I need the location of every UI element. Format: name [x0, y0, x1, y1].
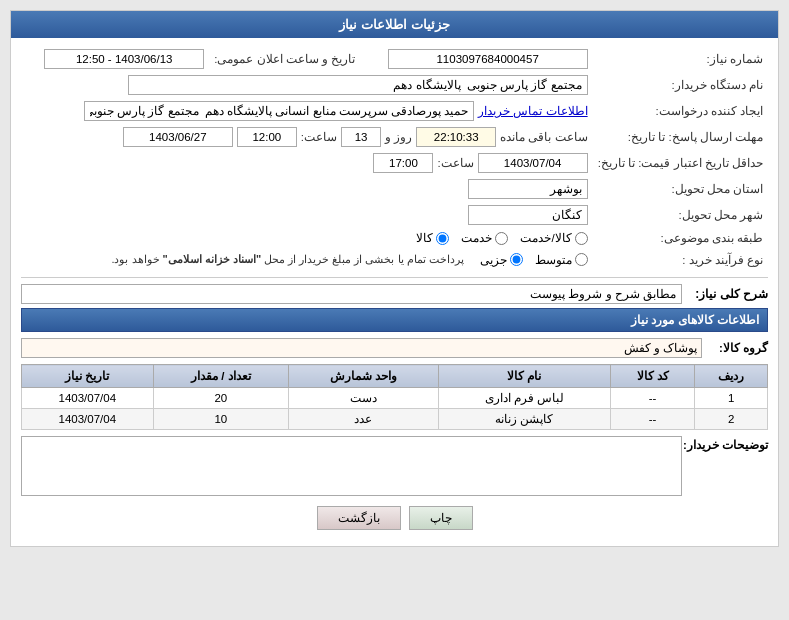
noeFarayand-text: پرداخت تمام یا بخشی از مبلغ خریدار از مح…	[111, 251, 463, 268]
rooz-label: روز و	[385, 130, 412, 144]
ostan-label: استان محل تحویل:	[593, 176, 768, 202]
col-tarikh: تاریخ نیاز	[22, 365, 154, 388]
hadaqal-saat-label: ساعت:	[437, 156, 473, 170]
footer-buttons: چاپ بازگشت	[21, 506, 768, 530]
radio-khadamat[interactable]: خدمت	[461, 231, 508, 245]
cell-tarikh: 1403/07/04	[22, 409, 154, 430]
table-row: 1--لباس فرم اداریدست201403/07/04	[22, 388, 768, 409]
cell-kod: --	[610, 409, 694, 430]
infoKala-title: اطلاعات کالاهای مورد نیاز	[21, 308, 768, 332]
shomareNiaz-label: شماره نیاز:	[593, 46, 768, 72]
tarikhElan-label: تاریخ و ساعت اعلان عمومی:	[209, 46, 360, 72]
table-row: 2--کاپشن زنانهعدد101403/07/04	[22, 409, 768, 430]
cell-vahed: دست	[289, 388, 439, 409]
ostan-input	[468, 179, 588, 199]
mohlatErsal-value: ساعت باقی مانده روز و ساعت:	[21, 124, 593, 150]
radio-kala[interactable]: کالا	[416, 231, 449, 245]
baqi-label: ساعت باقی مانده	[500, 130, 587, 144]
shahr-label: شهر محل تحویل:	[593, 202, 768, 228]
cell-radif: 2	[695, 409, 768, 430]
mohlatErsal-date-input	[123, 127, 233, 147]
shahr-input	[468, 205, 588, 225]
namDestgah-value	[21, 72, 593, 98]
hadaqal-saat-input	[373, 153, 433, 173]
ijadKonnande-input[interactable]	[84, 101, 474, 121]
col-radif: ردیف	[695, 365, 768, 388]
shahr-value	[21, 202, 593, 228]
tozihatKharidar-label: توضیحات خریدار:	[688, 436, 768, 452]
hadaqal-label: حداقل تاریخ اعتبار قیمت: تا تاریخ:	[593, 150, 768, 176]
ostan-value	[21, 176, 593, 202]
col-kod: کد کالا	[610, 365, 694, 388]
sharhKolliNiaz-input[interactable]	[21, 284, 682, 304]
sharh-row: شرح کلی نیاز:	[21, 284, 768, 304]
baqi-input	[416, 127, 496, 147]
groupKala-row: گروه کالا:	[21, 338, 768, 358]
goods-table: ردیف کد کالا نام کالا واحد شمارش تعداد /…	[21, 364, 768, 430]
cell-kod: --	[610, 388, 694, 409]
saat-label: ساعت:	[301, 130, 337, 144]
tozihat-row: توضیحات خریدار:	[21, 436, 768, 496]
shomareNiaz-input[interactable]	[388, 49, 588, 69]
page-header: جزئیات اطلاعات نیاز	[11, 11, 778, 38]
radio-motavaset[interactable]: متوسط	[535, 253, 588, 267]
tarikhElan-input[interactable]	[44, 49, 204, 69]
info-table: شماره نیاز: تاریخ و ساعت اعلان عمومی: نا…	[21, 46, 768, 271]
cell-tedad: 20	[153, 388, 288, 409]
ijadKonnande-link[interactable]: اطلاعات تماس خریدار	[478, 104, 587, 118]
tabaqe-radios: کالا/خدمت خدمت کالا	[21, 228, 593, 248]
col-tedad: تعداد / مقدار	[153, 365, 288, 388]
noeFarayand-label: نوع فرآیند خرید :	[593, 248, 768, 271]
col-vahed: واحد شمارش	[289, 365, 439, 388]
cell-tarikh: 1403/07/04	[22, 388, 154, 409]
mohlatErsal-label: مهلت ارسال پاسخ: تا تاریخ:	[593, 124, 768, 150]
print-button[interactable]: چاپ	[409, 506, 473, 530]
sharhKolliNiaz-label: شرح کلی نیاز:	[688, 287, 768, 301]
cell-vahed: عدد	[289, 409, 439, 430]
radio-kala-khadamat[interactable]: کالا/خدمت	[520, 231, 587, 245]
page-title: جزئیات اطلاعات نیاز	[339, 17, 449, 32]
tabaqe-label: طبقه بندی موضوعی:	[593, 228, 768, 248]
main-container: جزئیات اطلاعات نیاز شماره نیاز: تاریخ و …	[10, 10, 779, 547]
groupKala-label: گروه کالا:	[708, 341, 768, 355]
cell-radif: 1	[695, 388, 768, 409]
noeFarayand-bold: "اسناد خزانه اسلامی"	[163, 253, 262, 265]
hadaqal-value: ساعت:	[21, 150, 593, 176]
shomareNiaz-value	[360, 46, 592, 72]
ijadKonnande-value: اطلاعات تماس خریدار	[21, 98, 593, 124]
cell-name: کاپشن زنانه	[438, 409, 610, 430]
saat-input	[237, 127, 297, 147]
content-area: شماره نیاز: تاریخ و ساعت اعلان عمومی: نا…	[11, 38, 778, 546]
back-button[interactable]: بازگشت	[317, 506, 401, 530]
noeFarayand-value: متوسط جزیی پرداخت تمام یا بخشی از مبلغ خ…	[21, 248, 593, 271]
tarikhElan-value	[21, 46, 209, 72]
rooz-input	[341, 127, 381, 147]
cell-tedad: 10	[153, 409, 288, 430]
col-name: نام کالا	[438, 365, 610, 388]
hadaqal-date-input	[478, 153, 588, 173]
tozihatKharidar-textarea[interactable]	[21, 436, 682, 496]
ijadKonnande-label: ایجاد کننده درخواست:	[593, 98, 768, 124]
namDestgah-input[interactable]	[128, 75, 588, 95]
namDestgah-label: نام دستگاه خریدار:	[593, 72, 768, 98]
groupKala-input[interactable]	[21, 338, 702, 358]
radio-jozi[interactable]: جزیی	[480, 253, 523, 267]
cell-name: لباس فرم اداری	[438, 388, 610, 409]
